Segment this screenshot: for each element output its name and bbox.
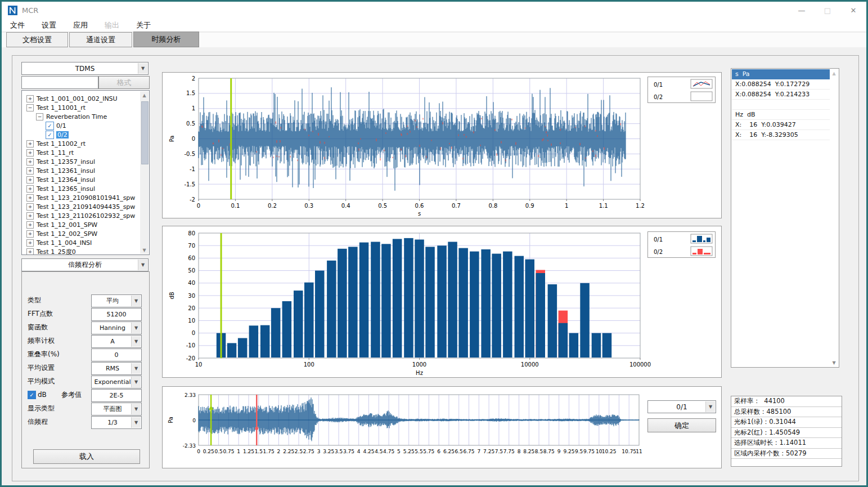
channel-checkbox[interactable]: ✓ (46, 122, 54, 130)
tree-item-label[interactable]: Test 1_123_211026102932_spw (37, 212, 135, 220)
file-tree[interactable]: +Test 1_001_001_002_INSU−Test 1_11001_rt… (21, 90, 150, 255)
tree-item[interactable]: ✓0/2 (23, 130, 140, 139)
tree-item[interactable]: +Test 1_123_211026102932_spw (23, 211, 140, 220)
tree-item-label[interactable]: Test 1_11002_rt (37, 140, 86, 148)
expand-icon[interactable]: + (26, 203, 34, 211)
tree-item[interactable]: +Test 1_1_004_INSI (23, 238, 140, 247)
tree-scroll-thumb[interactable] (141, 101, 149, 164)
form-select[interactable]: 1/3▼ (91, 416, 142, 429)
tree-item-label[interactable]: Reverberation Time (46, 113, 107, 120)
tab-document-settings[interactable]: 文档设置 (6, 32, 68, 47)
expand-icon[interactable]: + (26, 194, 34, 202)
collapse-icon[interactable]: − (36, 113, 43, 120)
filter-input[interactable] (21, 76, 98, 89)
expand-icon[interactable]: + (26, 221, 34, 229)
tree-item[interactable]: +Test 1_001_001_002_INSU (23, 94, 140, 103)
tree-item[interactable]: +Test 1_12361_insul (23, 166, 140, 175)
readout-scrollbar[interactable]: ▲ ▼ (830, 69, 838, 367)
tree-item-label[interactable]: Test 1_12365_insul (37, 185, 95, 193)
form-input[interactable]: 2E-5 (91, 389, 142, 402)
load-button[interactable]: 载入 (33, 449, 140, 464)
db-checkbox[interactable]: ✓ (28, 391, 36, 399)
tab-channel-settings[interactable]: 通道设置 (69, 32, 132, 47)
expand-icon[interactable]: + (26, 158, 34, 166)
close-button[interactable]: ✕ (840, 2, 866, 19)
analysis-type-select[interactable]: 倍频程分析 ▼ (21, 258, 149, 271)
tree-item[interactable]: +Test 1_123_210914094435_spw (23, 202, 140, 211)
channel-select[interactable]: 0/1 ▼ (647, 400, 716, 413)
menu-file[interactable]: 文件 (2, 19, 33, 32)
form-select[interactable]: 平均▼ (91, 294, 142, 307)
tree-item[interactable]: +Test 1_12364_insul (23, 175, 140, 184)
form-select[interactable]: 平面图▼ (91, 403, 142, 415)
menu-settings[interactable]: 设置 (33, 19, 65, 32)
channel-checkbox[interactable]: ✓ (46, 131, 54, 139)
tree-item-label[interactable]: Test 1_001_001_002_INSU (37, 95, 118, 102)
form-select[interactable]: A▼ (91, 335, 142, 348)
expand-icon[interactable]: + (26, 95, 34, 102)
tree-item-label[interactable]: Test 1_11001_rt (37, 104, 86, 111)
minimize-button[interactable]: — (789, 2, 815, 19)
tree-item[interactable]: +Test 1_123_210908101941_spw (23, 193, 140, 202)
readout-row[interactable]: X: 16 Y:0.039427 (732, 120, 830, 130)
readout-row[interactable] (732, 100, 830, 110)
readout-header[interactable]: s Pa (732, 69, 830, 79)
cursor-readout-list[interactable]: s Pa X:0.088254 Y:0.172729X:0.088254 Y:0… (731, 68, 839, 368)
tree-item-label[interactable]: Test 1_25度0 (37, 248, 76, 256)
tree-item-label[interactable]: Test 1_12357_insul (37, 158, 95, 166)
time-waveform-chart[interactable]: -2-1.5-1-0.500.511.5200.10.20.30.40.50.6… (162, 72, 722, 218)
overview-waveform-chart[interactable]: -2.3302.3300.250.50.7511.251.51.7522.252… (162, 386, 722, 468)
form-select[interactable]: RMS▼ (91, 362, 142, 375)
tree-item[interactable]: −Reverberation Time (23, 112, 140, 121)
scroll-down-icon[interactable]: ▼ (140, 246, 149, 254)
menu-about[interactable]: 关于 (128, 19, 159, 32)
expand-icon[interactable]: + (26, 248, 34, 256)
tree-item-label[interactable]: Test 1_12361_insul (37, 167, 95, 175)
tree-item[interactable]: +Test 1_12365_insul (23, 184, 140, 193)
form-input[interactable]: 51200 (91, 308, 142, 321)
format-button[interactable]: 格式 (98, 76, 150, 89)
tree-item[interactable]: +Test 1_12_002_SPW (23, 229, 140, 238)
form-input[interactable]: 0 (91, 349, 142, 361)
tree-item-label[interactable]: 0/2 (56, 131, 69, 138)
scroll-up-icon[interactable]: ▲ (140, 91, 149, 99)
tree-item[interactable]: +Test 1_11_rt (23, 148, 140, 157)
expand-icon[interactable]: + (26, 212, 34, 220)
expand-icon[interactable]: + (26, 140, 34, 148)
readout-row[interactable]: Hz dB (732, 110, 830, 120)
tree-item[interactable]: +Test 1_25度0 (23, 247, 140, 255)
menu-apply[interactable]: 应用 (65, 19, 96, 32)
tree-item[interactable]: ✓0/1 (23, 121, 140, 130)
tree-item-label[interactable]: 0/1 (56, 122, 66, 129)
expand-icon[interactable]: + (26, 176, 34, 184)
readout-row[interactable]: X:0.088254 Y:0.172729 (732, 79, 830, 90)
scroll-down-icon[interactable]: ▼ (830, 359, 838, 367)
form-select[interactable]: Hanning▼ (91, 321, 142, 334)
form-select[interactable]: Exponential▼ (91, 376, 142, 388)
tab-time-frequency-analysis[interactable]: 时频分析 (133, 32, 199, 47)
tree-item-label[interactable]: Test 1_1_004_INSI (37, 239, 92, 247)
tree-item-label[interactable]: Test 1_123_210908101941_spw (37, 194, 135, 202)
tree-item[interactable]: +Test 1_12357_insul (23, 157, 140, 166)
tree-item[interactable]: −Test 1_11001_rt (23, 103, 140, 112)
collapse-icon[interactable]: − (26, 104, 34, 111)
spectrum-chart[interactable]: -20-100102030405060708010100100010000100… (162, 226, 722, 378)
scroll-up-icon[interactable]: ▲ (830, 69, 838, 77)
expand-icon[interactable]: + (26, 230, 34, 238)
tree-item-label[interactable]: Test 1_12_001_SPW (37, 221, 97, 229)
expand-icon[interactable]: + (26, 239, 34, 247)
maximize-button[interactable]: □ (815, 2, 840, 19)
tree-item[interactable]: +Test 1_11002_rt (23, 139, 140, 148)
readout-row[interactable]: X:0.088254 Y:0.214233 (732, 90, 830, 100)
confirm-button[interactable]: 确定 (647, 418, 716, 432)
expand-icon[interactable]: + (26, 149, 34, 157)
tree-item-label[interactable]: Test 1_11_rt (37, 149, 74, 157)
tree-item-label[interactable]: Test 1_12364_insul (37, 176, 95, 184)
expand-icon[interactable]: + (26, 185, 34, 193)
tree-item-label[interactable]: Test 1_123_210914094435_spw (37, 203, 135, 211)
expand-icon[interactable]: + (26, 167, 34, 175)
tree-item-label[interactable]: Test 1_12_002_SPW (37, 230, 97, 238)
file-format-select[interactable]: TDMS ▼ (21, 62, 149, 75)
tree-scrollbar[interactable]: ▲ ▼ (140, 91, 149, 254)
readout-row[interactable]: X: 16 Y:-8.329305 (732, 130, 830, 140)
